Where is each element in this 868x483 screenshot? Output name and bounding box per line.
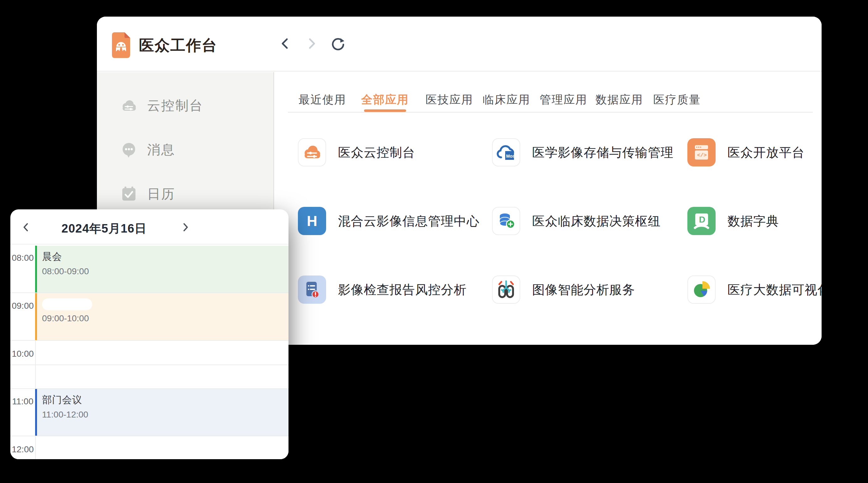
event-title: 部门会议 — [42, 393, 288, 407]
app-title: 医众工作台 — [139, 35, 217, 56]
grid-line — [10, 364, 288, 365]
app-logo-icon — [112, 32, 130, 58]
sidebar-item-label: 日历 — [147, 185, 175, 203]
tab-data-apps[interactable]: 数据应用 — [595, 92, 643, 107]
event-redacted[interactable]: 09:00-10:00 — [35, 293, 288, 340]
tab-divider — [288, 112, 813, 112]
app-item-report-risk-analysis[interactable]: 影像检查报告风控分析 — [298, 276, 467, 304]
grid-line — [10, 436, 288, 436]
nav-forward-button[interactable] — [305, 37, 318, 51]
time-label: 08:00 — [10, 253, 35, 263]
sidebar-item-messages[interactable]: 消息 — [120, 140, 175, 160]
app-label: 医众临床数据决策枢纽 — [532, 213, 661, 230]
app-item-open-platform[interactable]: </> 医众开放平台 — [687, 138, 805, 166]
app-item-cloud-console[interactable]: 医众云控制台 — [298, 138, 415, 166]
time-label: 12:00 — [10, 445, 35, 454]
grid-line — [10, 340, 288, 341]
open-platform-code-icon: </> — [687, 138, 716, 166]
time-label: 09:00 — [10, 301, 35, 311]
sidebar-item-cloud-console[interactable]: 云控制台 — [120, 96, 204, 115]
sidebar-item-calendar[interactable]: 日历 — [120, 184, 175, 204]
cloud-console-icon — [120, 97, 138, 115]
event-title: 晨会 — [42, 250, 288, 263]
pie-chart-icon — [687, 276, 716, 304]
app-item-hybrid-cloud-center[interactable]: H 混合云影像信息管理中心 — [298, 207, 479, 235]
nav-back-button[interactable] — [278, 37, 292, 51]
tab-clinical-apps[interactable]: 临床应用 — [483, 92, 530, 107]
message-bubble-icon — [120, 141, 138, 159]
screenshot-canvas: 医众工作台 — [0, 0, 868, 483]
app-launcher-content: 最近使用 全部应用 医技应用 临床应用 管理应用 数据应用 医疗质量 — [274, 72, 822, 345]
app-label: 数据字典 — [727, 213, 779, 230]
event-department-meeting[interactable]: 部门会议 11:00-12:00 — [35, 389, 288, 436]
calendar-panel: 2024年5月16日 08:00 09:00 10:00 11:00 12:00… — [10, 210, 288, 459]
app-label: 图像智能分析服务 — [532, 281, 635, 298]
app-label: 医众开放平台 — [727, 144, 805, 161]
tab-admin-apps[interactable]: 管理应用 — [540, 92, 587, 107]
app-label: 医学影像存储与传输管理 — [532, 144, 674, 161]
tab-all-apps[interactable]: 全部应用 — [361, 92, 409, 107]
data-dictionary-book-icon: D — [687, 207, 716, 235]
window-header: 医众工作台 — [97, 17, 822, 71]
svg-text:D: D — [699, 215, 705, 224]
app-label: 影像检查报告风控分析 — [338, 281, 467, 298]
hybrid-cloud-h-icon: H — [298, 207, 326, 235]
app-item-image-ai-service[interactable]: 图像智能分析服务 — [492, 276, 635, 304]
active-tab-underline — [364, 109, 406, 112]
svg-text:Mos: Mos — [506, 154, 515, 159]
event-morning-meeting[interactable]: 晨会 08:00-09:00 — [35, 246, 288, 292]
sidebar-item-label: 消息 — [147, 141, 175, 159]
calendar-prev-day-button[interactable] — [20, 222, 32, 233]
report-risk-alert-icon — [298, 276, 326, 304]
tab-quality-apps[interactable]: 医疗质量 — [653, 92, 701, 107]
calendar-check-icon — [120, 185, 138, 203]
tab-medtech-apps[interactable]: 医技应用 — [426, 92, 473, 107]
event-time: 09:00-10:00 — [42, 314, 288, 323]
calendar-day-grid: 08:00 09:00 10:00 11:00 12:00 晨会 08:00-0… — [10, 245, 288, 459]
clinical-database-icon — [492, 207, 520, 235]
time-label: 10:00 — [10, 349, 35, 359]
event-redacted-title-pill — [42, 298, 92, 310]
lungs-ai-icon — [492, 276, 520, 304]
app-label: 医众云控制台 — [338, 144, 415, 161]
app-item-data-dictionary[interactable]: D 数据字典 — [687, 207, 779, 235]
cloud-settings-icon — [298, 138, 326, 166]
calendar-next-day-button[interactable] — [180, 222, 191, 233]
tab-recent[interactable]: 最近使用 — [299, 92, 346, 107]
calendar-date: 2024年5月16日 — [61, 221, 147, 237]
event-time: 11:00-12:00 — [42, 410, 288, 420]
app-label: 医疗大数据可视化 — [727, 281, 822, 298]
mos-cloud-icon: Mos — [492, 138, 520, 166]
svg-text:</>: </> — [697, 152, 707, 158]
app-item-big-data-visualization[interactable]: 医疗大数据可视化 — [687, 276, 822, 304]
calendar-header: 2024年5月16日 — [10, 210, 288, 245]
event-time: 08:00-09:00 — [42, 266, 288, 277]
app-item-imaging-storage[interactable]: Mos 医学影像存储与传输管理 — [492, 138, 674, 166]
sidebar-item-label: 云控制台 — [147, 97, 204, 115]
app-label: 混合云影像信息管理中心 — [338, 213, 479, 230]
app-item-clinical-data-hub[interactable]: 医众临床数据决策枢纽 — [492, 207, 661, 235]
time-label: 11:00 — [10, 396, 35, 407]
nav-refresh-button[interactable] — [331, 37, 345, 51]
